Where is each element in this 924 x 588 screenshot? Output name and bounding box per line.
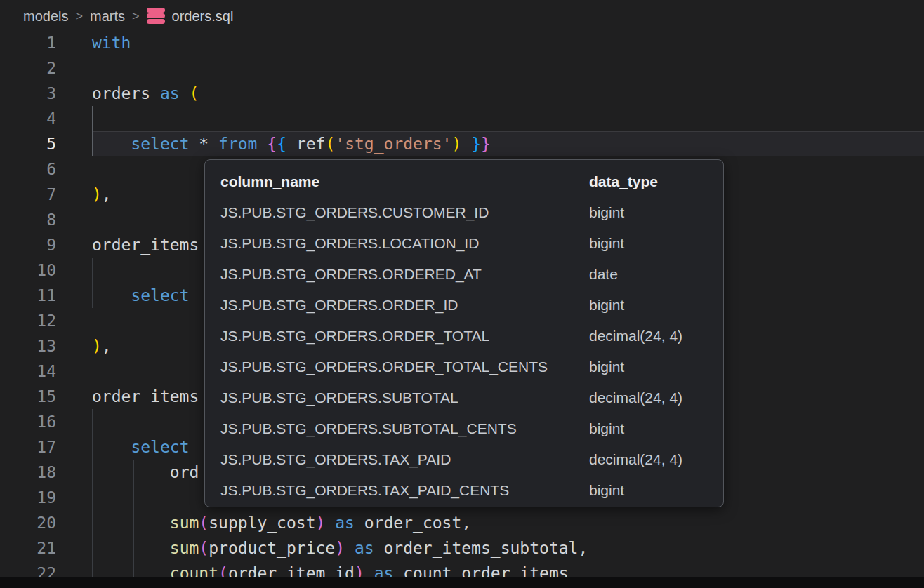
code-line[interactable]: 3orders as ( [0, 81, 924, 106]
data-type-cell: bigint [589, 482, 723, 499]
line-number[interactable]: 10 [0, 258, 56, 283]
line-number[interactable]: 19 [0, 485, 56, 510]
breadcrumb: models > marts > orders.sql [0, 0, 924, 32]
indent-guide [133, 460, 134, 485]
indent-guide [92, 283, 93, 308]
data-type-cell: date [589, 266, 723, 283]
column-name-cell: JS.PUB.STG_ORDERS.CUSTOMER_ID [220, 204, 589, 221]
breadcrumb-item-marts[interactable]: marts [90, 8, 125, 25]
code-line[interactable]: 22 count(order_item_id) as count_order_i… [0, 561, 924, 577]
breadcrumb-file-name[interactable]: orders.sql [172, 8, 234, 25]
line-number[interactable]: 18 [0, 460, 56, 485]
line-number[interactable]: 5 [0, 131, 56, 156]
code-line-text[interactable]: select * from {{ ref('stg_orders') }} [92, 131, 491, 156]
line-number[interactable]: 13 [0, 333, 56, 359]
line-number[interactable]: 3 [0, 81, 56, 106]
line-number[interactable]: 22 [0, 561, 56, 577]
data-type-cell: decimal(24, 4) [589, 328, 723, 345]
line-number[interactable]: 20 [0, 510, 56, 535]
indent-guide [133, 485, 134, 510]
code-line-text[interactable]: order_items [92, 384, 199, 409]
breadcrumb-separator: > [132, 9, 140, 24]
code-line[interactable]: 20 sum(supply_cost) as order_cost, [0, 510, 924, 535]
indent-guide [133, 510, 134, 535]
column-name-cell: JS.PUB.STG_ORDERS.ORDER_ID [220, 297, 589, 314]
code-line-text[interactable]: sum(product_price) as order_items_subtot… [92, 535, 588, 561]
data-type-cell: bigint [589, 359, 723, 375]
column-name-cell: JS.PUB.STG_ORDERS.SUBTOTAL_CENTS [220, 420, 589, 437]
indent-guide [92, 535, 93, 561]
line-number[interactable]: 21 [0, 535, 56, 561]
code-line[interactable]: 4 [0, 106, 924, 131]
column-name-cell: JS.PUB.STG_ORDERS.SUBTOTAL [220, 389, 589, 406]
code-line-text[interactable]: count(order_item_id) as count_order_item… [92, 561, 569, 577]
data-type-cell: bigint [589, 204, 723, 221]
data-type-cell: decimal(24, 4) [589, 451, 723, 468]
code-line-text[interactable]: ), [92, 182, 112, 207]
column-name-cell: JS.PUB.STG_ORDERS.TAX_PAID_CENTS [220, 482, 589, 499]
column-header-type: data_type [589, 173, 723, 190]
code-line-text[interactable]: sum(supply_cost) as order_cost, [92, 510, 471, 535]
code-line[interactable]: 2 [0, 55, 924, 81]
indent-guide [133, 561, 134, 577]
column-name-cell: JS.PUB.STG_ORDERS.ORDER_TOTAL_CENTS [220, 359, 589, 375]
code-line-text[interactable]: with [92, 30, 131, 55]
code-editor-window: models > marts > orders.sql 1with23order… [0, 0, 924, 588]
indent-guide [133, 535, 134, 561]
indent-guide [92, 460, 93, 485]
indent-guide [92, 258, 93, 283]
breadcrumb-item-models[interactable]: models [23, 8, 68, 25]
line-number[interactable]: 4 [0, 106, 56, 131]
code-line-text[interactable]: select [92, 283, 189, 308]
line-number[interactable]: 17 [0, 434, 56, 460]
code-line-text[interactable]: ord [92, 460, 199, 485]
column-header-name: column_name [220, 173, 589, 190]
indent-guide [92, 485, 93, 510]
code-line[interactable]: 1with [0, 30, 924, 55]
column-name-cell: JS.PUB.STG_ORDERS.ORDER_TOTAL [220, 328, 589, 345]
data-type-cell: decimal(24, 4) [589, 389, 723, 406]
data-type-cell: bigint [589, 420, 723, 437]
column-name-cell: JS.PUB.STG_ORDERS.LOCATION_ID [220, 235, 589, 252]
bottom-panel-edge [0, 577, 924, 588]
line-number[interactable]: 1 [0, 30, 56, 55]
indent-guide [92, 561, 93, 577]
line-number[interactable]: 8 [0, 207, 56, 232]
indent-guide [92, 106, 93, 131]
database-icon [147, 8, 165, 25]
indent-guide [92, 131, 93, 156]
code-line-text[interactable]: select [92, 434, 189, 460]
indent-guide [92, 510, 93, 535]
line-number[interactable]: 12 [0, 308, 56, 333]
column-name-cell: JS.PUB.STG_ORDERS.ORDERED_AT [220, 266, 589, 283]
code-line[interactable]: 21 sum(product_price) as order_items_sub… [0, 535, 924, 561]
indent-guide [92, 434, 93, 460]
line-number[interactable]: 6 [0, 156, 56, 182]
line-number[interactable]: 2 [0, 55, 56, 81]
code-line-text[interactable]: orders as ( [92, 81, 199, 106]
column-name-cell: JS.PUB.STG_ORDERS.TAX_PAID [220, 451, 589, 468]
line-number[interactable]: 9 [0, 232, 56, 258]
data-type-cell: bigint [589, 297, 723, 314]
breadcrumb-separator: > [75, 9, 83, 24]
line-number[interactable]: 15 [0, 384, 56, 409]
code-line[interactable]: 5 select * from {{ ref('stg_orders') }} [0, 131, 924, 156]
indent-guide [92, 409, 93, 434]
code-line-text[interactable]: order_items [92, 232, 199, 258]
column-info-popup: column_name data_type JS.PUB.STG_ORDERS.… [204, 159, 724, 507]
line-number[interactable]: 14 [0, 359, 56, 384]
data-type-cell: bigint [589, 235, 723, 252]
line-number[interactable]: 7 [0, 182, 56, 207]
line-number[interactable]: 16 [0, 409, 56, 434]
code-line-text[interactable]: ), [92, 333, 112, 359]
column-info-table: column_name data_type JS.PUB.STG_ORDERS.… [220, 166, 723, 506]
line-number[interactable]: 11 [0, 283, 56, 308]
